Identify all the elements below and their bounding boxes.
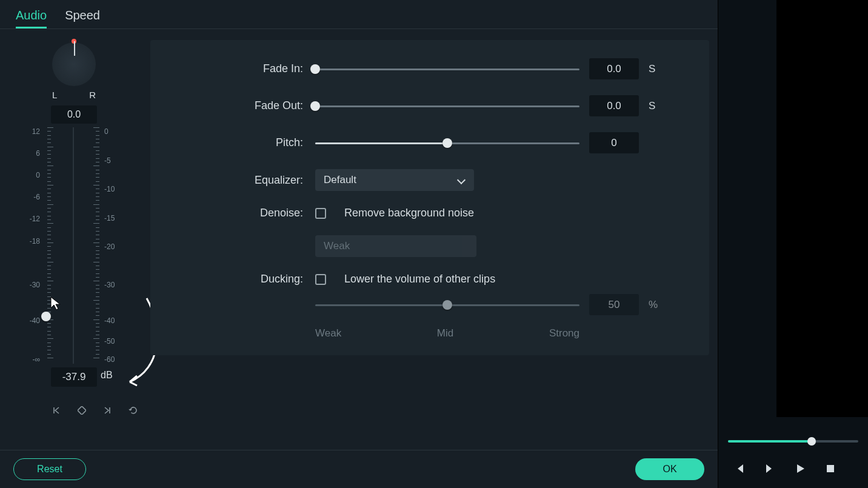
meter-right-tick: -30 — [104, 281, 115, 289]
ok-button[interactable]: OK — [635, 458, 704, 480]
meter-right-tick: -40 — [104, 316, 115, 325]
panel-body: L R 0.0 1260-6-12-18-30-40-∞0-5-10-15-20… — [0, 29, 718, 450]
pitch-label: Pitch: — [150, 136, 315, 149]
denoise-row: Denoise: Remove background noise — [150, 207, 695, 219]
pitch-value-input[interactable]: 0 — [589, 132, 639, 153]
ducking-labels-row: Weak Mid Strong — [150, 318, 695, 339]
reset-button[interactable]: Reset — [13, 458, 86, 480]
pan-pointer — [74, 41, 75, 56]
audio-editor-window: Audio Speed L R 0.0 — [0, 0, 868, 488]
keyframe-undo-icon[interactable] — [127, 405, 138, 416]
keyframe-toolbar — [51, 405, 138, 416]
meter-left-tick: -12 — [30, 215, 40, 223]
fade-out-unit: S — [649, 100, 659, 112]
pitch-slider[interactable] — [315, 137, 579, 149]
stop-icon[interactable] — [824, 462, 837, 475]
pan-knob[interactable] — [52, 42, 96, 86]
footer-bar: Reset OK — [0, 450, 718, 488]
ducking-strong-label: Strong — [549, 327, 579, 339]
meter-left-tick: -18 — [30, 237, 40, 246]
fade-in-unit: S — [649, 63, 659, 75]
meter-left-tick: 6 — [36, 149, 40, 158]
meter-left-tick: -6 — [33, 193, 40, 201]
meter-right-tick: -60 — [104, 355, 115, 364]
chevron-down-icon — [457, 176, 466, 184]
ducking-scale-labels: Weak Mid Strong — [315, 327, 579, 339]
audio-settings-panel: Audio Speed L R 0.0 — [0, 0, 718, 488]
equalizer-label: Equalizer: — [150, 174, 315, 187]
meter-right-tick: -15 — [104, 214, 115, 222]
pitch-row: Pitch: 0 — [150, 132, 695, 153]
denoise-strength-value: Weak — [324, 240, 350, 252]
tab-audio[interactable]: Audio — [16, 8, 47, 28]
ducking-slider-row: 50 % — [150, 294, 695, 315]
meter-right-tick: 0 — [104, 127, 109, 136]
ducking-mid-label: Mid — [437, 327, 453, 339]
meter-left-tick: 12 — [32, 127, 40, 136]
pan-right-label: R — [89, 90, 96, 100]
ducking-unit: % — [649, 299, 659, 311]
fade-in-value-input[interactable]: 0.0 — [589, 58, 639, 79]
fade-out-label: Fade Out: — [150, 99, 315, 112]
denoise-strength-select[interactable]: Weak — [315, 235, 476, 257]
meter-column: L R 0.0 1260-6-12-18-30-40-∞0-5-10-15-20… — [0, 29, 150, 450]
pan-left-label: L — [52, 90, 57, 100]
ducking-weak-label: Weak — [315, 327, 341, 339]
meter-left-tick: -30 — [30, 281, 40, 289]
progress-track[interactable] — [728, 440, 858, 443]
progress-fill — [728, 440, 812, 443]
ducking-label: Ducking: — [150, 273, 315, 286]
play-icon[interactable] — [793, 462, 807, 475]
fade-in-row: Fade In: 0.0 S — [150, 58, 695, 79]
volume-slider-handle[interactable] — [41, 312, 51, 321]
svg-rect-1 — [827, 465, 834, 472]
fade-in-label: Fade In: — [150, 62, 315, 75]
video-preview — [776, 0, 868, 417]
volume-db-input[interactable]: -37.9 — [51, 367, 97, 387]
player-progress — [718, 431, 868, 452]
denoise-strength-row: Weak — [150, 235, 695, 257]
pan-lr-labels: L R — [52, 90, 96, 100]
denoise-checkbox[interactable] — [315, 208, 326, 219]
ducking-slider[interactable] — [315, 299, 579, 311]
progress-thumb[interactable] — [807, 437, 816, 446]
player-controls — [718, 456, 868, 481]
keyframe-prev-icon[interactable] — [51, 405, 62, 416]
denoise-label: Denoise: — [150, 207, 315, 219]
ducking-check-label: Lower the volume of other clips — [344, 273, 495, 286]
fade-in-slider[interactable] — [315, 63, 579, 75]
meter-left-tick: -40 — [30, 316, 40, 325]
fade-out-slider[interactable] — [315, 100, 579, 112]
meter-right-tick: -5 — [104, 156, 111, 165]
step-forward-icon[interactable] — [763, 462, 776, 475]
keyframe-add-icon[interactable] — [76, 405, 87, 416]
denoise-check-label: Remove background noise — [344, 207, 474, 219]
meter-right-tick: -50 — [104, 337, 115, 346]
equalizer-select[interactable]: Default — [315, 169, 474, 191]
volume-meter: 1260-6-12-18-30-40-∞0-5-10-15-20-30-40-5… — [27, 127, 118, 364]
keyframe-next-icon[interactable] — [102, 405, 113, 416]
tab-bar: Audio Speed — [0, 0, 718, 29]
parameters-panel: Fade In: 0.0 S Fade Out: — [150, 40, 709, 355]
meter-ticks — [47, 127, 99, 364]
equalizer-row: Equalizer: Default — [150, 169, 695, 191]
step-back-icon[interactable] — [733, 462, 746, 475]
preview-pane — [718, 0, 868, 488]
meter-right-tick: -20 — [104, 242, 115, 251]
meter-left-tick: 0 — [36, 171, 40, 179]
meter-left-tick: -∞ — [32, 355, 40, 364]
fade-out-row: Fade Out: 0.0 S — [150, 95, 695, 116]
volume-db-unit: dB — [101, 370, 113, 381]
pan-value-input[interactable]: 0.0 — [51, 105, 97, 124]
equalizer-value: Default — [324, 174, 356, 186]
svg-rect-0 — [78, 406, 86, 415]
ducking-checkbox[interactable] — [315, 274, 326, 285]
ducking-value-input[interactable]: 50 — [589, 294, 639, 315]
meter-right-tick: -10 — [104, 185, 115, 193]
fade-out-value-input[interactable]: 0.0 — [589, 95, 639, 116]
ducking-row: Ducking: Lower the volume of other clips — [150, 273, 695, 286]
tab-speed[interactable]: Speed — [65, 8, 100, 28]
